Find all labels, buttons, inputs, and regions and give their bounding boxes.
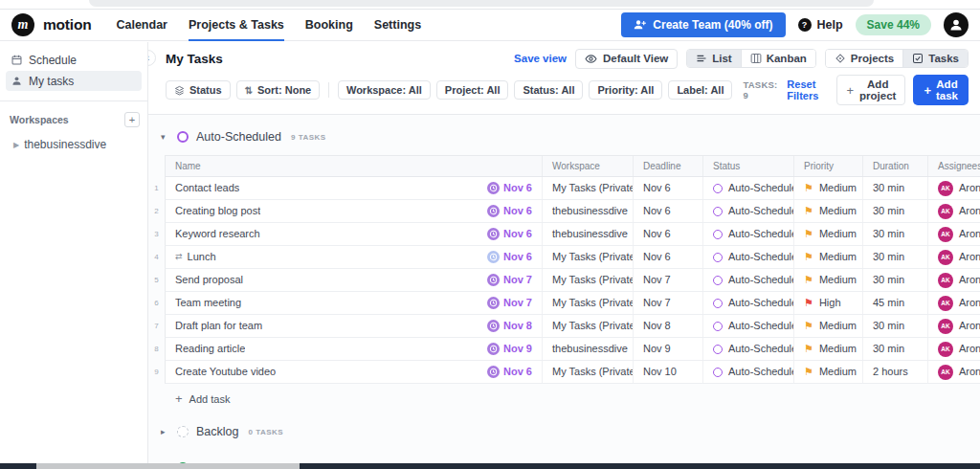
add-task-inline-button[interactable]: + Add task: [148, 384, 980, 406]
motion-logo-icon[interactable]: m: [11, 13, 34, 36]
scheduled-date-chip[interactable]: Nov 6: [487, 200, 532, 222]
assignees-cell[interactable]: AK Aron K: [927, 269, 980, 291]
table-row[interactable]: 9 ⇄ Create Youtube video Nov 6 My Tasks …: [148, 361, 980, 384]
deadline-cell[interactable]: Nov 7: [633, 269, 702, 291]
scheduled-date-chip[interactable]: Nov 6: [487, 223, 532, 245]
column-header-workspace[interactable]: Workspace: [542, 156, 633, 176]
column-header-duration[interactable]: Duration: [862, 156, 927, 176]
column-header-assignees[interactable]: Assignees: [927, 156, 980, 176]
status-cell[interactable]: Auto-Scheduled: [702, 315, 793, 337]
chevron-right-icon[interactable]: ▸: [161, 427, 169, 436]
duration-cell[interactable]: 30 min: [862, 177, 927, 199]
workspace-cell[interactable]: My Tasks (Private): [542, 269, 633, 291]
column-header-priority[interactable]: Priority: [793, 156, 862, 176]
add-project-button[interactable]: + Add project: [836, 75, 905, 105]
deadline-cell[interactable]: Nov 6: [633, 246, 702, 268]
priority-cell[interactable]: ⚑ Medium: [793, 200, 862, 222]
filter-workspace-button[interactable]: Workspace: All: [338, 80, 431, 100]
task-name-cell[interactable]: ⇄ Send proposal Nov 7: [166, 269, 542, 291]
scheduled-date-chip[interactable]: Nov 7: [487, 269, 532, 291]
assignees-cell[interactable]: AK Aron K: [927, 361, 980, 383]
deadline-cell[interactable]: Nov 6: [633, 200, 702, 222]
scheduled-date-chip[interactable]: Nov 7: [487, 292, 532, 314]
deadline-cell[interactable]: Nov 9: [633, 338, 702, 360]
duration-cell[interactable]: 45 min: [862, 292, 927, 314]
reset-filters-link[interactable]: Reset Filters: [787, 78, 831, 101]
save-discount-badge[interactable]: Save 44%: [856, 14, 931, 35]
assignees-cell[interactable]: AK Aron K: [927, 200, 980, 222]
workspace-cell[interactable]: My Tasks (Private): [542, 292, 633, 314]
assignees-cell[interactable]: AK Aron K: [927, 223, 980, 245]
duration-cell[interactable]: 30 min: [862, 315, 927, 337]
table-row[interactable]: 1 ⇄ Contact leads Nov 6 My Tasks (Privat…: [148, 177, 980, 200]
priority-cell[interactable]: ⚑ Medium: [793, 338, 862, 360]
deadline-cell[interactable]: Nov 7: [633, 292, 702, 314]
scheduled-date-chip[interactable]: Nov 6: [487, 246, 532, 268]
user-avatar-icon[interactable]: [944, 12, 969, 37]
filter-label-button[interactable]: Label: All: [668, 80, 732, 100]
duration-cell[interactable]: 30 min: [862, 269, 927, 291]
assignees-cell[interactable]: AK Aron K: [927, 338, 980, 360]
status-cell[interactable]: Auto-Scheduled: [702, 200, 793, 222]
nav-settings[interactable]: Settings: [374, 10, 421, 41]
section-title[interactable]: Auto-Scheduled: [196, 130, 281, 144]
filter-status-button[interactable]: Status: All: [514, 80, 583, 100]
horizontal-scrollbar-thumb[interactable]: [36, 463, 300, 469]
filter-project-button[interactable]: Project: All: [436, 80, 509, 100]
duration-cell[interactable]: 30 min: [862, 200, 927, 222]
workspace-cell[interactable]: My Tasks (Private): [542, 361, 633, 383]
task-name-cell[interactable]: ⇄ Team meeting Nov 7: [166, 292, 542, 314]
table-row[interactable]: 4 ⇄ Lunch Nov 6 My Tasks (Private) Nov 6…: [148, 246, 980, 269]
table-row[interactable]: 5 ⇄ Send proposal Nov 7 My Tasks (Privat…: [148, 269, 980, 292]
assignees-cell[interactable]: AK Aron K: [927, 246, 980, 268]
table-row[interactable]: 2 ⇄ Creating blog post Nov 6 thebusiness…: [148, 200, 980, 223]
duration-cell[interactable]: 30 min: [862, 246, 927, 268]
priority-cell[interactable]: ⚑ Medium: [793, 246, 862, 268]
default-view-button[interactable]: Default View: [575, 49, 678, 69]
scheduled-date-chip[interactable]: Nov 6: [487, 177, 532, 199]
duration-cell[interactable]: 30 min: [862, 223, 927, 245]
filter-priority-button[interactable]: Priority: All: [589, 80, 662, 100]
add-task-button[interactable]: + Add task: [913, 75, 969, 105]
column-header-name[interactable]: Name: [166, 156, 542, 176]
deadline-cell[interactable]: Nov 6: [633, 223, 702, 245]
scheduled-date-chip[interactable]: Nov 6: [487, 361, 532, 383]
task-name-cell[interactable]: ⇄ Reading article Nov 9: [166, 338, 542, 360]
scope-tasks-button[interactable]: Tasks: [902, 50, 968, 67]
view-list-button[interactable]: List: [687, 50, 740, 67]
assignees-cell[interactable]: AK Aron K: [927, 292, 980, 314]
scheduled-date-chip[interactable]: Nov 8: [487, 315, 532, 337]
status-cell[interactable]: Auto-Scheduled: [702, 292, 793, 314]
status-cell[interactable]: Auto-Scheduled: [702, 246, 793, 268]
nav-booking[interactable]: Booking: [305, 10, 353, 41]
view-kanban-button[interactable]: Kanban: [741, 50, 815, 67]
task-name-cell[interactable]: ⇄ Contact leads Nov 6: [166, 177, 542, 199]
scope-projects-button[interactable]: Projects: [826, 50, 902, 67]
assignees-cell[interactable]: AK Aron K: [927, 177, 980, 199]
help-button[interactable]: ? Help: [798, 18, 843, 32]
sidebar-workspace-thebusinessdive[interactable]: ▶ thebusinessdive: [0, 131, 147, 151]
brand-name[interactable]: motion: [43, 16, 91, 34]
table-row[interactable]: 6 ⇄ Team meeting Nov 7 My Tasks (Private…: [148, 292, 980, 315]
table-row[interactable]: 8 ⇄ Reading article Nov 9 thebusinessdiv…: [148, 338, 980, 361]
task-name-cell[interactable]: ⇄ Creating blog post Nov 6: [166, 200, 542, 222]
chevron-down-icon[interactable]: ▾: [161, 132, 169, 142]
sort-button[interactable]: ⇅ Sort: None: [236, 80, 321, 100]
save-view-link[interactable]: Save view: [514, 53, 567, 64]
workspace-cell[interactable]: My Tasks (Private): [542, 177, 633, 199]
workspace-cell[interactable]: My Tasks (Private): [542, 315, 633, 337]
nav-projects-tasks[interactable]: Projects & Tasks: [189, 10, 284, 41]
task-name-cell[interactable]: ⇄ Lunch Nov 6: [166, 246, 542, 268]
deadline-cell[interactable]: Nov 10: [633, 361, 702, 383]
duration-cell[interactable]: 2 hours: [862, 361, 927, 383]
priority-cell[interactable]: ⚑ Medium: [793, 361, 862, 383]
table-row[interactable]: 7 ⇄ Draft plan for team Nov 8 My Tasks (…: [148, 315, 980, 338]
workspace-cell[interactable]: My Tasks (Private): [542, 246, 633, 268]
duration-cell[interactable]: 30 min: [862, 338, 927, 360]
task-name-cell[interactable]: ⇄ Create Youtube video Nov 6: [166, 361, 542, 383]
table-row[interactable]: 3 ⇄ Keyword research Nov 6 thebusinessdi…: [148, 223, 980, 246]
status-cell[interactable]: Auto-Scheduled: [702, 177, 793, 199]
nav-calendar[interactable]: Calendar: [116, 10, 167, 41]
priority-cell[interactable]: ⚑ Medium: [793, 177, 862, 199]
column-header-status[interactable]: Status: [702, 156, 793, 176]
